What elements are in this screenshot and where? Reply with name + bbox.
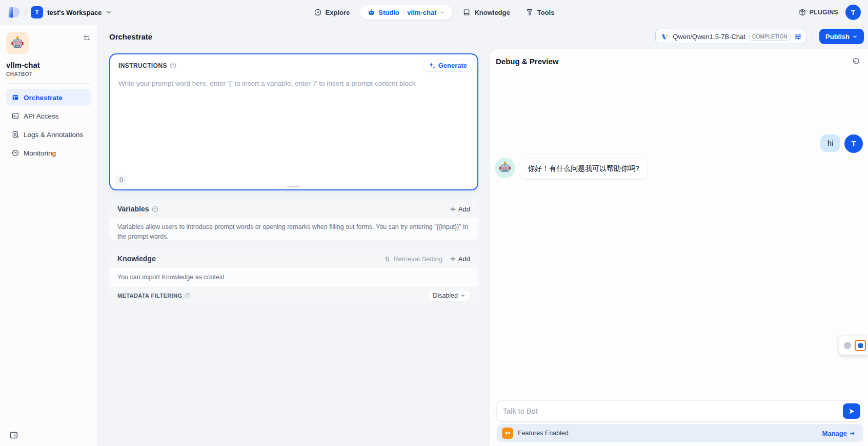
publish-button[interactable]: Publish [819, 29, 864, 44]
model-settings-icon[interactable] [794, 33, 802, 41]
chat-message-user: hi T [820, 134, 863, 153]
features-label: Features Enabled [518, 430, 569, 437]
svg-text:?: ? [187, 294, 189, 297]
add-knowledge-label: Add [458, 255, 470, 263]
window-icon [11, 93, 19, 102]
instructions-header: INSTRUCTIONS ? Generate [110, 54, 477, 71]
add-variable-button[interactable]: Add [450, 205, 470, 213]
metadata-filtering-value: Disabled [433, 292, 458, 299]
debug-header: Debug & Preview [490, 49, 868, 66]
retrieval-setting-button[interactable]: Retrieval Setting [384, 255, 442, 263]
header-actions: Qwen/Qwen1.5-7B-Chat COMPLETION Publish [655, 29, 864, 44]
sparkles-icon [429, 62, 436, 69]
robot-emoji-icon [10, 36, 25, 50]
tool-icon [526, 8, 534, 16]
variables-panel: Variables ? Add Variables allow users to… [109, 200, 478, 240]
page-header: Orchestrate Qwen/Qwen1.5-7B-Chat COMPLET… [109, 25, 864, 48]
sidebar-item-label: API Access [24, 112, 58, 120]
breadcrumb-slash: / [25, 8, 27, 17]
app-settings-icon[interactable] [83, 34, 91, 42]
chevron-down-icon[interactable] [106, 9, 112, 15]
dify-logo[interactable] [7, 6, 21, 19]
nav-knowledge-label: Knowledge [474, 9, 510, 16]
chat-input[interactable] [503, 407, 843, 415]
knowledge-panel: Knowledge Retrieval Setting Add You can … [109, 249, 478, 303]
nav-studio-app-name: vllm-chat [407, 9, 436, 16]
knowledge-description: You can import Knowledge as context [109, 268, 478, 287]
chevron-down-icon[interactable] [439, 10, 445, 15]
sidebar-item-orchestrate[interactable]: Orchestrate [6, 89, 91, 106]
nav-studio-active[interactable]: Studio / vllm-chat [360, 5, 452, 20]
app-sidebar: vllm-chat CHATBOT Orchestrate API Access… [0, 25, 97, 446]
top-nav: / T test's Workspace Explore Studio / vl… [0, 0, 868, 25]
workspace-name[interactable]: test's Workspace [47, 9, 102, 16]
features-icon [502, 428, 513, 439]
knowledge-header: Knowledge Retrieval Setting Add [109, 249, 478, 268]
sidebar-item-monitoring[interactable]: Monitoring [6, 144, 91, 162]
nav-studio-label: Studio [378, 9, 399, 16]
nav-explore[interactable]: Explore [309, 5, 355, 20]
sidebar-divider [6, 83, 91, 84]
plugins-label: PLUGINS [810, 9, 838, 16]
nav-tools-label: Tools [537, 9, 555, 16]
svg-text:?: ? [172, 64, 174, 67]
app-avatar[interactable] [6, 32, 29, 54]
app-header [6, 32, 91, 54]
app-type-badge: CHATBOT [6, 71, 91, 77]
help-icon[interactable]: ? [185, 293, 191, 299]
instructions-title: INSTRUCTIONS [118, 62, 167, 69]
chat-message-bot: 你好！有什么问题我可以帮助你吗? [495, 158, 648, 179]
add-knowledge-button[interactable]: Add [450, 255, 470, 263]
sidebar-item-logs-annotations[interactable]: Logs & Annotations [6, 126, 91, 143]
nav-explore-label: Explore [326, 9, 350, 16]
model-selector[interactable]: Qwen/Qwen1.5-7B-Chat COMPLETION [655, 29, 806, 44]
compass-icon [314, 8, 322, 16]
char-count-badge: 0 [115, 176, 127, 185]
generate-button[interactable]: Generate [423, 60, 472, 71]
sidebar-item-label: Monitoring [24, 149, 56, 157]
workspace-avatar[interactable]: T [31, 6, 43, 18]
plus-icon [450, 256, 456, 262]
plus-icon [450, 206, 456, 212]
widget-logo-icon [855, 340, 866, 351]
floating-widget[interactable] [839, 336, 868, 355]
metadata-filtering-title-row: METADATA FILTERING ? [117, 293, 191, 299]
manage-features-link[interactable]: Manage [822, 430, 856, 437]
chat-input-bar [497, 401, 863, 421]
metadata-filtering-select[interactable]: Disabled [428, 290, 470, 301]
app-name: vllm-chat [6, 61, 91, 69]
sidebar-item-api-access[interactable]: API Access [6, 107, 91, 125]
debug-preview-panel: Debug & Preview hi T 你好！有什么问题我可以帮助你吗? Fe… [490, 49, 868, 446]
sidebar-item-label: Orchestrate [24, 94, 63, 102]
chevron-down-icon [460, 293, 466, 298]
collapse-sidebar-icon[interactable] [9, 431, 18, 440]
prompt-editor[interactable]: Write your prompt word here, enter '{' t… [110, 71, 477, 87]
sidebar-item-label: Logs & Annotations [24, 131, 83, 139]
help-icon[interactable]: ? [152, 206, 158, 212]
nav-left: / T test's Workspace [7, 6, 112, 19]
help-icon[interactable]: ? [170, 62, 176, 69]
send-icon [848, 408, 856, 415]
variables-title-row: Variables ? [117, 205, 158, 213]
user-avatar[interactable]: T [845, 5, 861, 20]
restart-icon[interactable] [852, 57, 860, 66]
bot-message-avatar [495, 158, 515, 178]
package-icon [798, 8, 806, 16]
resize-handle[interactable] [287, 186, 300, 187]
gauge-icon [11, 149, 19, 157]
instructions-title-row: INSTRUCTIONS ? [118, 62, 176, 69]
send-button[interactable] [843, 403, 860, 419]
document-icon [11, 130, 19, 139]
nav-knowledge[interactable]: Knowledge [457, 5, 515, 20]
vllm-logo-icon [660, 32, 669, 41]
instructions-panel: INSTRUCTIONS ? Generate Write your promp… [109, 53, 478, 190]
features-bar: Features Enabled Manage [497, 424, 863, 442]
nav-tools[interactable]: Tools [520, 5, 560, 20]
nav-right: PLUGINS T [798, 5, 861, 20]
plugins-button[interactable]: PLUGINS [798, 8, 838, 16]
model-mode-badge: COMPLETION [749, 33, 791, 41]
nav-pill-slash: / [402, 9, 405, 16]
chevron-down-icon [852, 34, 858, 40]
robot-icon [367, 8, 375, 16]
page-title: Orchestrate [109, 32, 152, 41]
